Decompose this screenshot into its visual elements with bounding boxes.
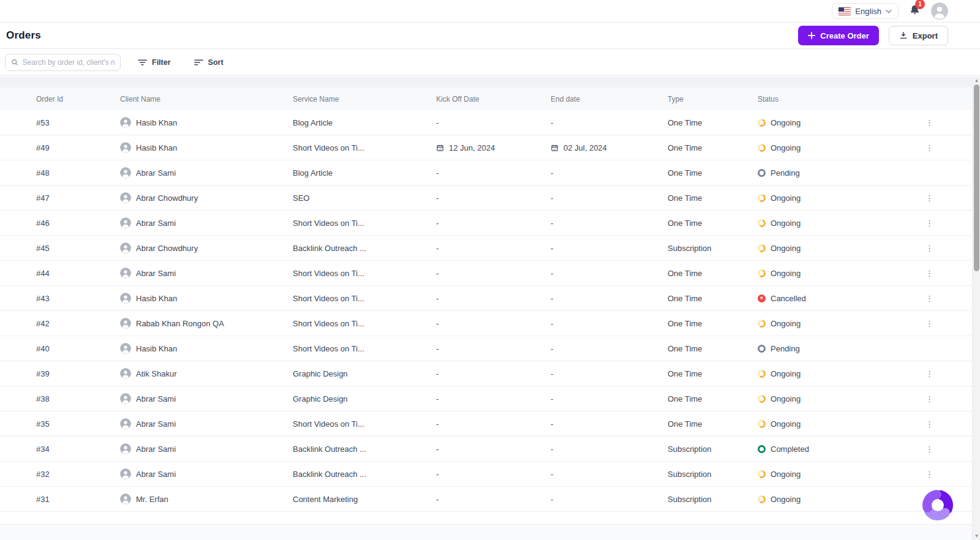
filter-label: Filter	[152, 58, 171, 67]
row-menu-button[interactable]	[922, 293, 972, 304]
kebab-menu-icon[interactable]	[922, 143, 937, 153]
notifications-button[interactable]: 1	[908, 4, 921, 19]
kebab-menu-icon[interactable]	[922, 394, 937, 404]
table-row[interactable]: #43 Hasib Khan Short Videos on Ti... - -	[0, 286, 972, 311]
status-icon	[758, 219, 766, 227]
status-cell: Ongoing	[758, 219, 922, 228]
table-row[interactable]: #53 Hasib Khan Blog Article - - One	[0, 110, 972, 135]
kebab-menu-icon[interactable]	[922, 318, 937, 329]
service-cell: Backlink Outreach ...	[293, 444, 436, 454]
client-avatar-icon	[120, 393, 131, 404]
vertical-scrollbar[interactable]	[972, 77, 980, 540]
table-row[interactable]: #49 Hasib Khan Short Videos on Ti... 12 …	[0, 135, 972, 160]
status-cell: Ongoing	[758, 269, 922, 278]
service-cell: Backlink Outreach ...	[293, 470, 436, 479]
status-cell: Ongoing	[758, 143, 922, 152]
table-row[interactable]: #42 Rabab Khan Rongon QA Short Videos on…	[0, 311, 972, 336]
row-menu-button[interactable]	[922, 394, 972, 404]
row-menu-button[interactable]	[922, 318, 972, 329]
table-row[interactable]: #39 Atik Shakur Graphic Design - -	[0, 361, 972, 386]
service-cell: Short Videos on Ti...	[293, 143, 436, 152]
kebab-menu-icon[interactable]	[922, 243, 937, 253]
table-row[interactable]: #32 Abrar Sami Backlink Outreach ... - -	[0, 462, 972, 487]
brand-swirl-icon	[920, 487, 956, 523]
table-row[interactable]: #48 Abrar Sami Blog Article - - One	[0, 160, 972, 186]
status-cell: Ongoing	[758, 319, 922, 328]
status-cell: Ongoing	[758, 193, 922, 203]
end-date-cell: -	[551, 244, 668, 253]
status-icon	[758, 420, 766, 428]
column-header-client-name: Client Name	[120, 95, 293, 103]
column-header-end-date: End date	[551, 95, 668, 103]
chat-widget-button[interactable]	[920, 487, 956, 523]
table-toolbar: Filter Sort	[0, 49, 980, 76]
client-cell: Hasib Khan	[120, 142, 293, 153]
order-id-cell: #46	[36, 219, 120, 228]
type-cell: One Time	[668, 369, 758, 378]
table-row[interactable]: #40 Hasib Khan Short Videos on Ti... - -	[0, 336, 972, 361]
user-avatar[interactable]	[931, 2, 948, 20]
topbar: English 1	[0, 0, 980, 23]
row-menu-button[interactable]	[922, 419, 972, 429]
end-date-cell: -	[551, 394, 668, 403]
header-actions: Create Order Export	[798, 26, 948, 45]
table-row[interactable]: #45 Abrar Chowdhury Backlink Outreach ..…	[0, 236, 972, 261]
scrollbar-up-arrow[interactable]	[973, 77, 980, 84]
search-input[interactable]	[23, 58, 115, 67]
row-menu-button[interactable]	[922, 369, 972, 379]
status-icon	[758, 470, 766, 478]
kebab-menu-icon[interactable]	[922, 268, 937, 279]
row-menu-button[interactable]	[922, 143, 972, 153]
status-icon	[758, 495, 766, 503]
service-cell: Graphic Design	[293, 394, 436, 403]
status-cell: Pending	[758, 168, 922, 178]
client-cell: Abrar Sami	[120, 217, 293, 228]
kebab-menu-icon[interactable]	[922, 193, 937, 203]
search-box	[5, 54, 121, 71]
table-row[interactable]: #46 Abrar Sami Short Videos on Ti... - -	[0, 211, 972, 236]
kickoff-date-cell: -	[436, 470, 551, 479]
kebab-menu-icon[interactable]	[922, 419, 937, 429]
order-id-cell: #48	[36, 168, 120, 178]
filter-button[interactable]: Filter	[132, 54, 177, 70]
kebab-menu-icon[interactable]	[922, 218, 937, 228]
row-menu-button[interactable]	[922, 469, 972, 479]
kebab-menu-icon[interactable]	[922, 444, 937, 454]
sort-button[interactable]: Sort	[188, 54, 230, 70]
kickoff-date-cell: -	[436, 495, 551, 504]
kebab-menu-icon[interactable]	[922, 469, 937, 479]
scrollbar-down-arrow[interactable]	[973, 532, 980, 540]
row-menu-button[interactable]	[922, 268, 972, 279]
kebab-menu-icon[interactable]	[922, 369, 937, 379]
kebab-menu-icon[interactable]	[922, 293, 937, 304]
order-id-cell: #44	[36, 269, 120, 278]
table-row[interactable]: #35 Abrar Sami Short Videos on Ti... - -	[0, 411, 972, 437]
service-cell: Short Videos on Ti...	[293, 344, 436, 353]
kickoff-date-cell: -	[436, 118, 551, 127]
kickoff-date-cell: -	[436, 319, 551, 328]
type-cell: One Time	[668, 269, 758, 278]
row-menu-button[interactable]	[922, 243, 972, 253]
table-body: #53 Hasib Khan Blog Article - - One	[0, 110, 972, 512]
kebab-menu-icon[interactable]	[922, 118, 937, 128]
table-row[interactable]: #44 Abrar Sami Short Videos on Ti... - -	[0, 261, 972, 286]
type-cell: Subscription	[668, 495, 758, 504]
table-row[interactable]: #34 Abrar Sami Backlink Outreach ... - -	[0, 437, 972, 462]
row-menu-button[interactable]	[922, 444, 972, 454]
client-avatar-icon	[120, 167, 131, 178]
row-menu-button[interactable]	[922, 218, 972, 228]
status-cell: Ongoing	[758, 118, 922, 127]
create-order-button[interactable]: Create Order	[798, 26, 878, 45]
row-menu-button[interactable]	[922, 118, 972, 128]
type-cell: One Time	[668, 294, 758, 303]
language-selector[interactable]: English	[832, 3, 899, 19]
scrollbar-thumb[interactable]	[974, 84, 979, 271]
sort-icon	[194, 59, 203, 66]
export-button[interactable]: Export	[889, 26, 948, 45]
table-row[interactable]: #47 Abrar Chowdhury SEO - - One Tim	[0, 186, 972, 211]
status-icon	[758, 119, 766, 127]
table-row[interactable]: #31 Mr. Erfan Content Marketing - -	[0, 487, 972, 512]
client-cell: Abrar Sami	[120, 443, 293, 454]
row-menu-button[interactable]	[922, 193, 972, 203]
table-row[interactable]: #38 Abrar Sami Graphic Design - - O	[0, 386, 972, 411]
